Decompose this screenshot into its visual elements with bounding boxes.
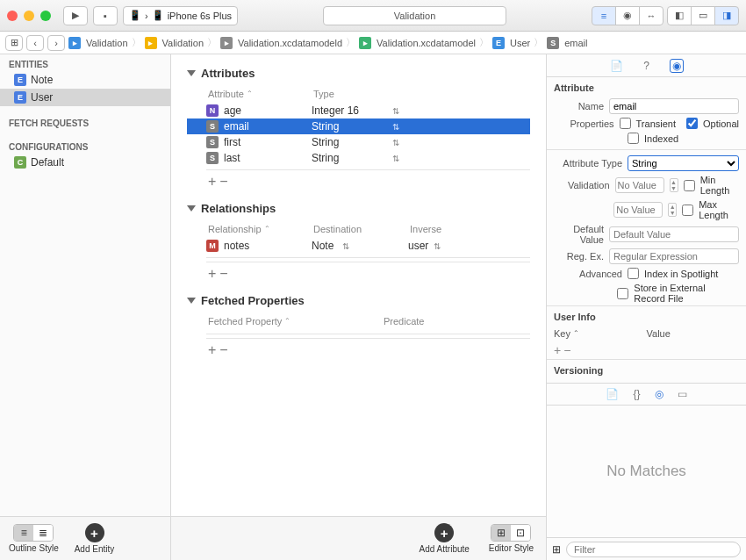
remove-userinfo-button[interactable]: −	[563, 343, 573, 357]
entity-chip-icon: E	[14, 74, 26, 86]
add-userinfo-button[interactable]: +	[554, 343, 563, 357]
navigator-bottom-bar: ≡≣ Outline Style + Add Entity	[0, 516, 170, 560]
fetched-section-header[interactable]: Fetched Properties	[187, 294, 530, 307]
rel-chip-icon: M	[206, 240, 219, 252]
editor-version-button[interactable]: ↔	[639, 6, 664, 25]
disclosure-icon	[187, 205, 196, 212]
add-attribute-button[interactable]: +	[208, 174, 219, 189]
col-type[interactable]: Type	[313, 89, 410, 99]
window-toolbar: ▶ ▪ 📱 › 📱 iPhone 6s Plus Validation ≡ ◉ …	[0, 0, 746, 32]
forward-button[interactable]: ›	[47, 35, 65, 51]
grid-view-button[interactable]: ⊞	[552, 543, 561, 556]
external-record-checkbox[interactable]	[617, 288, 628, 299]
attribute-icon: S	[547, 37, 559, 49]
stepper-icon[interactable]: ▲▼	[668, 203, 677, 217]
attribute-type-select[interactable]: String	[628, 155, 739, 171]
editor-style-label: Editor Style	[489, 543, 534, 553]
entity-label: Note	[31, 74, 53, 86]
add-fetched-button[interactable]: +	[208, 342, 219, 357]
stepper-icon[interactable]: ⇅	[392, 106, 399, 116]
col-predicate[interactable]: Predicate	[384, 316, 480, 327]
help-inspector-tab[interactable]: ?	[640, 60, 654, 72]
remove-fetched-button[interactable]: −	[219, 342, 231, 357]
attribute-row-age[interactable]: NageInteger 16⇅	[187, 103, 530, 118]
stepper-icon[interactable]: ⇅	[342, 241, 349, 251]
object-library-tab[interactable]: ◎	[655, 388, 664, 400]
scheme-selector[interactable]: 📱 › 📱 iPhone 6s Plus	[123, 6, 238, 25]
versioning-header: Versioning	[547, 359, 746, 379]
transient-checkbox[interactable]	[620, 118, 631, 129]
col-fetched-property[interactable]: Fetched Property	[208, 316, 282, 327]
code-snippets-tab[interactable]: {}	[633, 388, 640, 400]
model-version-icon: ▸	[359, 37, 371, 49]
toggle-debug-button[interactable]: ▭	[691, 6, 715, 25]
entity-note[interactable]: ENote	[0, 71, 170, 89]
remove-relationship-button[interactable]: −	[219, 266, 231, 281]
add-entity-button[interactable]: + Add Entity	[75, 523, 115, 554]
spotlight-checkbox[interactable]	[628, 268, 639, 279]
name-label: Name	[554, 101, 604, 111]
remove-attribute-button[interactable]: −	[219, 174, 231, 189]
library-tab-bar: 📄 {} ◎ ▭	[547, 383, 746, 406]
media-library-tab[interactable]: ▭	[678, 388, 687, 400]
stepper-icon[interactable]: ⇅	[392, 122, 399, 132]
minimize-window-button[interactable]	[24, 11, 34, 21]
add-attribute-button-bottom[interactable]: + Add Attribute	[420, 523, 470, 554]
related-items-button[interactable]: ⊞	[5, 35, 23, 51]
value-column[interactable]: Value	[647, 328, 740, 339]
toggle-navigator-button[interactable]: ◧	[667, 6, 692, 25]
toggle-utilities-button[interactable]: ◨	[714, 6, 739, 25]
close-window-button[interactable]	[7, 11, 18, 21]
default-value-field[interactable]	[609, 226, 739, 242]
model-icon: ▸	[220, 37, 233, 49]
outline-style-control[interactable]: ≡≣ Outline Style	[9, 524, 59, 553]
crumb-attribute[interactable]: email	[564, 38, 587, 48]
col-inverse[interactable]: Inverse	[410, 224, 480, 234]
crumb-modeld[interactable]: Validation.xcdatamodeld	[238, 38, 342, 48]
inspector-tab-bar: 📄 ? ◉	[547, 54, 746, 77]
file-templates-tab[interactable]: 📄	[606, 388, 619, 400]
model-navigator: ENTITIES ENote EUser FETCH REQUESTS CONF…	[0, 54, 171, 560]
file-inspector-tab[interactable]: 📄	[610, 60, 624, 72]
regex-field[interactable]	[609, 248, 739, 264]
editor-style-control[interactable]: ⊞⊡ Editor Style	[489, 524, 534, 553]
add-relationship-button[interactable]: +	[208, 266, 219, 281]
col-attribute[interactable]: Attribute	[208, 89, 244, 99]
plus-icon: +	[85, 523, 104, 542]
attributes-section-header[interactable]: Attributes	[187, 67, 530, 80]
fetch-requests-header: FETCH REQUESTS	[0, 113, 170, 130]
min-length-checkbox[interactable]	[684, 180, 695, 191]
stepper-icon[interactable]: ▲▼	[670, 178, 678, 192]
relationships-section-header[interactable]: Relationships	[187, 202, 530, 215]
editor-standard-button[interactable]: ≡	[592, 6, 616, 25]
stepper-icon[interactable]: ⇅	[392, 154, 399, 163]
min-length-field[interactable]	[615, 177, 664, 193]
entity-user[interactable]: EUser	[0, 89, 170, 106]
col-destination[interactable]: Destination	[313, 224, 410, 234]
crumb-model[interactable]: Validation.xcdatamodel	[377, 38, 476, 48]
col-relationship[interactable]: Relationship	[208, 224, 262, 234]
editor-assistant-button[interactable]: ◉	[615, 6, 640, 25]
crumb-folder[interactable]: Validation	[162, 38, 204, 48]
indexed-checkbox[interactable]	[628, 133, 639, 144]
max-length-checkbox[interactable]	[682, 205, 693, 216]
attribute-row-email[interactable]: SemailString⇅	[187, 118, 530, 134]
run-button[interactable]: ▶	[63, 6, 88, 25]
max-length-field[interactable]	[613, 202, 663, 218]
key-column[interactable]: Key	[554, 328, 570, 339]
data-model-inspector-tab[interactable]: ◉	[670, 59, 684, 73]
crumb-project[interactable]: Validation	[86, 38, 128, 48]
stepper-icon[interactable]: ⇅	[434, 241, 441, 251]
attribute-row-first[interactable]: SfirstString⇅	[187, 134, 530, 150]
stepper-icon[interactable]: ⇅	[392, 138, 399, 147]
attribute-row-last[interactable]: SlastString⇅	[187, 150, 530, 166]
name-field[interactable]	[609, 98, 739, 114]
relationship-row-notes[interactable]: MnotesNote ⇅user ⇅	[187, 238, 530, 254]
optional-checkbox[interactable]	[686, 118, 698, 129]
back-button[interactable]: ‹	[26, 35, 44, 51]
config-default[interactable]: CDefault	[0, 154, 170, 171]
crumb-entity[interactable]: User	[510, 38, 530, 48]
stop-button[interactable]: ▪	[93, 6, 118, 25]
library-filter-field[interactable]	[566, 542, 741, 557]
zoom-window-button[interactable]	[40, 11, 51, 21]
